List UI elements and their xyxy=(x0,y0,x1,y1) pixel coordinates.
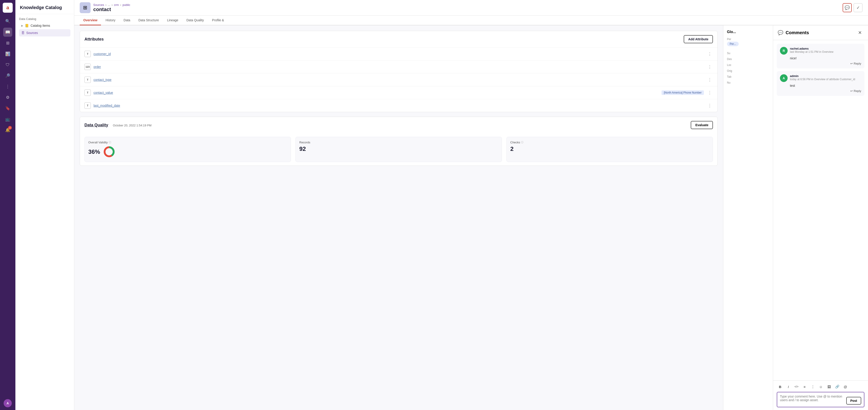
type-icon-text3: T xyxy=(85,89,91,96)
nav-monitor-icon[interactable]: 📺 xyxy=(3,115,12,124)
attr-name-customer-id[interactable]: customer_id xyxy=(93,52,704,56)
attr-name-order[interactable]: order xyxy=(93,65,704,69)
nav-search2-icon[interactable]: 🔎 xyxy=(3,71,12,80)
nav-table-icon[interactable]: ⊞ xyxy=(3,38,12,48)
page-header-info: Sources › ... › crm › public contact xyxy=(93,3,130,12)
breadcrumb-sources[interactable]: Sources xyxy=(93,3,104,6)
user-avatar[interactable]: A xyxy=(4,399,12,407)
bullet-list-btn[interactable]: ≡ xyxy=(801,383,808,390)
orig-row: Orig xyxy=(727,69,769,72)
tab-data-structure[interactable]: Data Structure xyxy=(135,16,162,25)
nav-chart-icon[interactable]: 📊 xyxy=(3,49,12,58)
comments-panel: 💬 Comments ✕ R rachel.adams last Monday … xyxy=(773,25,868,410)
orig-label: Orig xyxy=(727,69,769,72)
image-btn[interactable]: 🖼 xyxy=(826,383,833,390)
check-toggle-btn[interactable]: ✓ xyxy=(854,3,863,12)
post-comment-btn[interactable]: Post xyxy=(846,397,861,405)
notification-badge: 2 xyxy=(8,126,12,129)
breadcrumb-arrow3: › xyxy=(120,3,121,6)
attribute-row-customer-id: T customer_id ⋮ xyxy=(80,48,717,60)
nav-shield-icon[interactable]: 🛡 xyxy=(3,60,12,69)
emoji-btn[interactable]: ☺ xyxy=(817,383,824,390)
sidebar-item-catalog-items[interactable]: ▶ 📒 Catalog Items xyxy=(19,22,70,29)
nav-settings-icon[interactable]: ⚙ xyxy=(3,93,12,102)
reply-arrow-icon2: ↩ xyxy=(850,89,853,93)
attributes-card: Attributes Add Attribute T customer_id ⋮… xyxy=(80,31,718,112)
add-attribute-button[interactable]: Add Attribute xyxy=(684,35,713,43)
tab-lineage[interactable]: Lineage xyxy=(163,16,182,25)
tab-history[interactable]: History xyxy=(102,16,119,25)
breadcrumb: Sources › ... › crm › public xyxy=(93,3,130,6)
attr-name-contact-value[interactable]: contact_value xyxy=(93,91,659,94)
attribute-row-contact-type: T contact_type ⋮ xyxy=(80,74,717,86)
per-tag: Per... xyxy=(727,42,739,46)
attr-menu-last-modified[interactable]: ⋮ xyxy=(707,102,713,109)
close-comments-btn[interactable]: ✕ xyxy=(856,29,864,36)
attribute-row-order: 123 order ⋮ xyxy=(80,60,717,74)
comments-header-icon: 💬 xyxy=(778,30,783,35)
loc-label: Loc xyxy=(727,63,769,67)
header-actions: 💬 ✓ xyxy=(843,3,863,12)
tab-row: Tab xyxy=(727,75,769,78)
attr-menu-contact-type[interactable]: ⋮ xyxy=(707,77,713,83)
ordered-list-btn[interactable]: ⋮ xyxy=(809,383,816,390)
left-nav-panel: Knowledge Catalog Data Catalog ▶ 📒 Catal… xyxy=(16,0,74,410)
catalog-items-label: Catalog Items xyxy=(31,24,50,27)
reply-btn-admin[interactable]: ↩ Reply xyxy=(780,89,861,93)
validity-donut-wrapper: 36% xyxy=(88,145,116,158)
bold-btn[interactable]: B xyxy=(777,383,783,390)
num-label: Nu xyxy=(727,81,769,84)
comment-time-rachel: last Monday at 1:51 PM in Overview xyxy=(790,50,861,54)
attr-tag-phone: [North America] Phone Number xyxy=(661,90,704,95)
breadcrumb-public[interactable]: public xyxy=(122,3,130,6)
sidebar-item-sources[interactable]: 🗄 Sources xyxy=(19,29,70,36)
nav-more-icon[interactable]: ⋮ xyxy=(3,82,12,91)
checks-label: Checks ⓘ xyxy=(510,141,523,144)
comment-item-rachel: R rachel.adams last Monday at 1:51 PM in… xyxy=(777,44,864,68)
comment-author-rachel: rachel.adams xyxy=(790,47,861,50)
breadcrumb-arrow: › xyxy=(105,3,106,6)
nav-search-icon[interactable]: 🔍 xyxy=(3,17,12,26)
tab-data[interactable]: Data xyxy=(120,16,134,25)
right-panel-title: Glo... xyxy=(727,30,769,34)
left-nav-title: Knowledge Catalog xyxy=(16,0,74,14)
link-btn[interactable]: 🔗 xyxy=(834,383,841,390)
tab-overview[interactable]: Overview xyxy=(80,16,101,25)
nav-bookmark-icon[interactable]: 🔖 xyxy=(3,104,12,113)
nav-book-icon[interactable]: 📖 xyxy=(3,28,12,37)
dq-metrics: Overall Validity ⓘ 36% xyxy=(80,133,717,166)
attributes-title: Attributes xyxy=(85,37,104,42)
attr-menu-order[interactable]: ⋮ xyxy=(707,64,713,70)
attribute-row-contact-value: T contact_value [North America] Phone Nu… xyxy=(80,86,717,99)
comment-toggle-btn[interactable]: 💬 xyxy=(843,3,852,12)
comment-text-admin: test xyxy=(790,84,861,87)
tab-data-quality[interactable]: Data Quality xyxy=(183,16,208,25)
attr-menu-customer-id[interactable]: ⋮ xyxy=(707,51,713,57)
dq-title[interactable]: Data Quality xyxy=(85,123,108,127)
des-label: Des xyxy=(727,58,769,61)
tab-profile[interactable]: Profile & xyxy=(209,16,228,25)
comment-time-admin: today at 6:56 PM in Overview of attribut… xyxy=(790,78,861,81)
main-content: ⊞ Sources › ... › crm › public contact 💬… xyxy=(74,0,868,410)
notification-btn[interactable]: 🔔 2 xyxy=(3,125,12,135)
mention-btn[interactable]: @ xyxy=(842,383,849,390)
comment-meta-admin: admin today at 6:56 PM in Overview of at… xyxy=(790,74,861,81)
code-btn[interactable]: </> xyxy=(793,383,800,390)
evaluate-button[interactable]: Evaluate xyxy=(691,121,713,129)
main-panel: Attributes Add Attribute T customer_id ⋮… xyxy=(74,25,723,410)
attr-menu-contact-value[interactable]: ⋮ xyxy=(707,89,713,96)
breadcrumb-crm[interactable]: crm xyxy=(114,3,119,6)
sources-label: Sources xyxy=(26,31,38,35)
comment-input[interactable] xyxy=(780,394,844,405)
comment-top-admin: A admin today at 6:56 PM in Overview of … xyxy=(780,74,861,82)
breadcrumb-arrow2: › xyxy=(112,3,113,6)
attr-name-last-modified[interactable]: last_modified_date xyxy=(93,104,704,107)
comment-avatar-rachel: R xyxy=(780,47,787,55)
reply-btn-rachel[interactable]: ↩ Reply xyxy=(780,62,861,65)
attr-name-contact-type[interactable]: contact_type xyxy=(93,78,704,82)
section-label: Data Catalog xyxy=(19,17,70,21)
dq-header-left: Data Quality October 20, 2022 1:54:19 PM xyxy=(85,123,151,127)
per-tag-row: Per Per... xyxy=(727,38,769,49)
italic-btn[interactable]: I xyxy=(785,383,792,390)
checks-card: Checks ⓘ 2 xyxy=(506,137,713,162)
